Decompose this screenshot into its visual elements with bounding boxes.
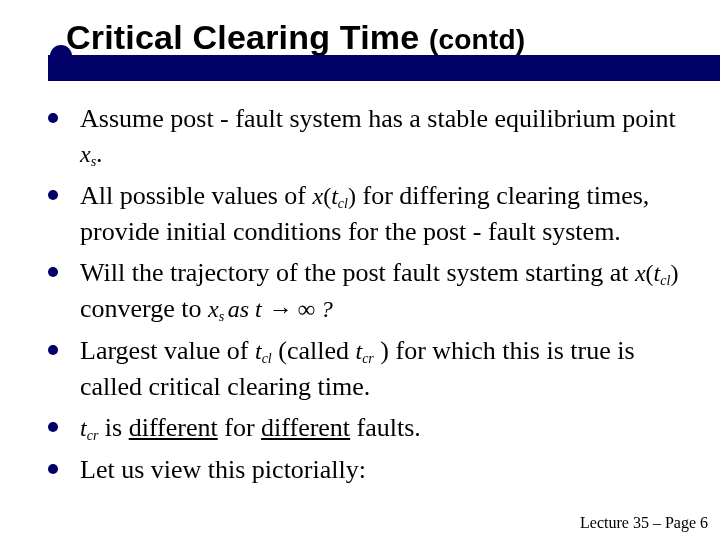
text-segment: All possible values of [80, 181, 313, 210]
slide-footer: Lecture 35 – Page 6 [580, 514, 708, 532]
bullet-list: Assume post - fault system has a stable … [48, 101, 696, 487]
math-paren: ) [348, 183, 356, 209]
title-wrap: Critical Clearing Time (contd) [66, 18, 696, 57]
page-title: Critical Clearing Time (contd) [66, 18, 696, 57]
math-x: x [313, 183, 324, 209]
math-x: x [635, 260, 646, 286]
bullet-icon [48, 464, 58, 474]
text-segment: . [96, 139, 103, 168]
math-paren: ) [670, 260, 678, 286]
math-sub: cl [660, 273, 670, 288]
list-item: tcr is different for different faults. [48, 410, 696, 446]
content-area: Assume post - fault system has a stable … [48, 101, 696, 487]
math-sub: cr [362, 351, 374, 366]
text-segment: is [98, 413, 128, 442]
list-item: Let us view this pictorially: [48, 452, 696, 487]
math-paren: ( [646, 260, 654, 286]
bullet-text: Let us view this pictorially: [80, 452, 366, 487]
math-t: t [80, 415, 87, 441]
list-item: Assume post - fault system has a stable … [48, 101, 696, 172]
bullet-text: Assume post - fault system has a stable … [80, 101, 696, 172]
text-segment: faults. [350, 413, 421, 442]
math-sub: cl [338, 196, 348, 211]
math-sub: s [219, 309, 228, 324]
list-item: All possible values of x(tcl) for differ… [48, 178, 696, 249]
bullet-icon [48, 267, 58, 277]
underlined-word: different [129, 413, 218, 442]
list-item: Largest value of tcl (called tcr ) for w… [48, 333, 696, 404]
list-item: Will the trajectory of the post fault sy… [48, 255, 696, 327]
bullet-icon [48, 113, 58, 123]
title-main: Critical Clearing Time [66, 18, 429, 56]
math-t: t [255, 338, 262, 364]
math-sub: cr [87, 428, 99, 443]
bullet-text: Largest value of tcl (called tcr ) for w… [80, 333, 696, 404]
bullet-text: tcr is different for different faults. [80, 410, 421, 446]
text-segment: for [218, 413, 261, 442]
math-x: x [80, 141, 91, 167]
math-as: as t → ∞ ? [228, 296, 333, 322]
math-t: t [331, 183, 338, 209]
math-paren: ( [323, 183, 331, 209]
text-segment: (called [272, 336, 356, 365]
bullet-icon [48, 422, 58, 432]
math-x: x [208, 296, 219, 322]
bullet-icon [48, 345, 58, 355]
title-underline [48, 55, 720, 81]
text-segment: Let us view this pictorially: [80, 455, 366, 484]
title-sub: (contd) [429, 24, 525, 55]
text-segment: converge to [80, 294, 208, 323]
underline-dot-icon [50, 45, 72, 67]
bullet-icon [48, 190, 58, 200]
bullet-text: Will the trajectory of the post fault sy… [80, 255, 696, 327]
text-segment: Will the trajectory of the post fault sy… [80, 258, 635, 287]
bullet-text: All possible values of x(tcl) for differ… [80, 178, 696, 249]
text-segment: Assume post - fault system has a stable … [80, 104, 676, 133]
math-sub: cl [262, 351, 272, 366]
slide: Critical Clearing Time (contd) Assume po… [0, 0, 720, 540]
underlined-word: different [261, 413, 350, 442]
text-segment: Largest value of [80, 336, 255, 365]
